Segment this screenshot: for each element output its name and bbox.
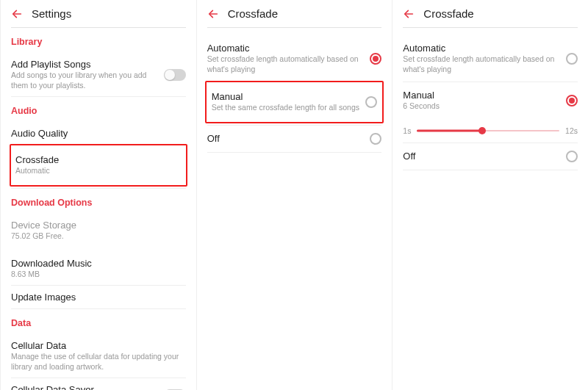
- header: Crossfade: [403, 7, 578, 28]
- device-storage-title: Device Storage: [11, 220, 186, 231]
- page-title: Crossfade: [228, 7, 278, 20]
- crossfade-manual-row[interactable]: Manual Set the same crossfade length for…: [209, 84, 381, 120]
- crossfade-automatic-sub: Set crossfade length automatically based…: [403, 54, 566, 74]
- back-arrow-icon[interactable]: [403, 8, 415, 20]
- cellular-data-sub: Manage the use of cellular data for upda…: [11, 352, 186, 372]
- crossfade-automatic-row[interactable]: Automatic Set crossfade length automatic…: [403, 35, 578, 82]
- cellular-saver-row[interactable]: Cellular Data Saver Sets your music and …: [11, 378, 186, 390]
- device-storage-row[interactable]: Device Storage 75.02 GB Free.: [11, 214, 186, 248]
- crossfade-slider[interactable]: 1s 12s: [403, 119, 578, 143]
- crossfade-manual-highlight: Manual Set the same crossfade length for…: [205, 81, 384, 124]
- downloaded-music-row[interactable]: Downloaded Music 8.63 MB: [11, 252, 186, 286]
- slider-min-label: 1s: [403, 126, 411, 135]
- cellular-saver-title: Cellular Data Saver: [11, 384, 164, 390]
- audio-quality-title: Audio Quality: [11, 128, 186, 139]
- update-images-title: Update Images: [11, 292, 186, 303]
- crossfade-manual-sub: Set the same crossfade length for all so…: [212, 103, 359, 113]
- crossfade-off-title: Off: [403, 151, 415, 162]
- section-downloads: Download Options: [11, 198, 186, 208]
- back-arrow-icon[interactable]: [207, 8, 219, 20]
- crossfade-manual-title: Manual: [212, 91, 359, 102]
- crossfade-automatic-title: Automatic: [207, 43, 370, 54]
- crossfade-panel-auto: Crossfade Automatic Set crossfade length…: [196, 0, 392, 390]
- cellular-data-row[interactable]: Cellular Data Manage the use of cellular…: [11, 334, 186, 378]
- crossfade-off-radio[interactable]: [566, 151, 578, 162]
- add-playlist-songs-toggle[interactable]: [164, 69, 186, 81]
- crossfade-manual-row[interactable]: Manual 6 Seconds: [403, 82, 578, 119]
- header: Settings: [11, 7, 186, 28]
- crossfade-manual-sub: 6 Seconds: [403, 101, 440, 112]
- add-playlist-songs-row[interactable]: Add Playlist Songs Add songs to your lib…: [11, 53, 186, 97]
- crossfade-panel-manual: Crossfade Automatic Set crossfade length…: [392, 0, 588, 390]
- section-audio: Audio: [11, 106, 186, 116]
- downloaded-music-sub: 8.63 MB: [11, 270, 186, 280]
- header: Crossfade: [207, 7, 382, 28]
- crossfade-automatic-radio[interactable]: [566, 53, 578, 65]
- audio-quality-row[interactable]: Audio Quality: [11, 122, 186, 145]
- slider-max-label: 12s: [565, 126, 578, 135]
- downloaded-music-title: Downloaded Music: [11, 258, 186, 269]
- page-title: Crossfade: [423, 7, 473, 20]
- slider-fill: [417, 129, 481, 131]
- crossfade-off-title: Off: [207, 133, 220, 144]
- crossfade-automatic-sub: Set crossfade length automatically based…: [207, 54, 370, 74]
- crossfade-off-row[interactable]: Off: [207, 126, 382, 153]
- crossfade-highlight: Crossfade Automatic: [10, 144, 188, 187]
- crossfade-off-radio[interactable]: [370, 133, 381, 145]
- crossfade-title: Crossfade: [15, 154, 182, 165]
- add-playlist-songs-title: Add Playlist Songs: [11, 59, 164, 70]
- update-images-row[interactable]: Update Images: [11, 286, 186, 309]
- crossfade-sub: Automatic: [15, 166, 182, 176]
- crossfade-manual-title: Manual: [403, 90, 440, 101]
- crossfade-row[interactable]: Crossfade Automatic: [12, 147, 184, 184]
- crossfade-automatic-title: Automatic: [403, 43, 566, 54]
- crossfade-manual-radio[interactable]: [566, 95, 578, 106]
- cellular-data-title: Cellular Data: [11, 340, 186, 351]
- crossfade-manual-radio[interactable]: [365, 96, 377, 108]
- page-title: Settings: [32, 7, 71, 20]
- crossfade-off-row[interactable]: Off: [403, 143, 578, 170]
- section-library: Library: [11, 37, 186, 47]
- slider-track[interactable]: [417, 129, 559, 132]
- device-storage-sub: 75.02 GB Free.: [11, 231, 186, 242]
- slider-thumb[interactable]: [478, 127, 486, 134]
- add-playlist-songs-sub: Add songs to your library when you add t…: [11, 71, 164, 90]
- crossfade-automatic-radio[interactable]: [370, 53, 381, 65]
- back-arrow-icon[interactable]: [11, 8, 23, 20]
- section-data: Data: [11, 318, 186, 328]
- crossfade-automatic-row[interactable]: Automatic Set crossfade length automatic…: [207, 35, 382, 82]
- settings-panel: Settings Library Add Playlist Songs Add …: [0, 0, 196, 390]
